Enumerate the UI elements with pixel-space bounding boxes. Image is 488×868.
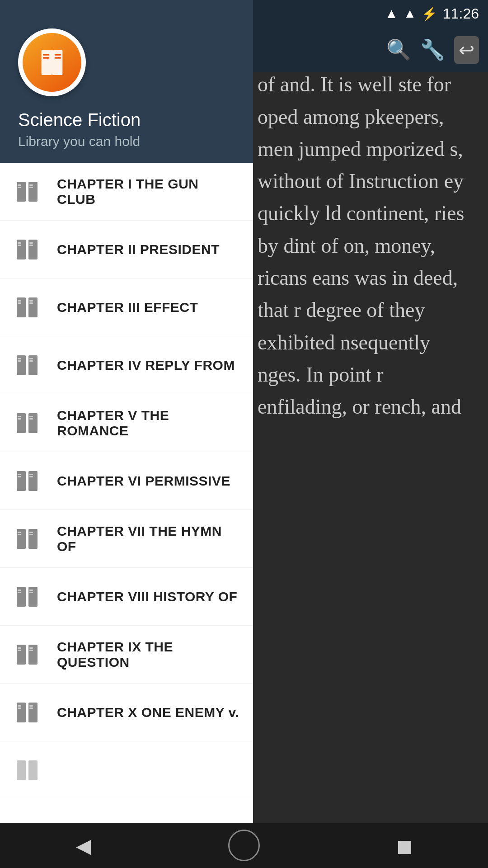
svg-rect-20 [29, 300, 33, 302]
drawer-item-chapter-7[interactable]: CHAPTER VII THE HYMN OF [0, 510, 253, 568]
nav-back-button[interactable]: ◀ [61, 823, 106, 868]
chapter-label-9: CHAPTER IX THE QUESTION [57, 639, 239, 670]
chapter-label-8: CHAPTER VIII HISTORY OF [57, 589, 237, 604]
svg-rect-49 [18, 592, 21, 593]
svg-rect-39 [29, 476, 33, 477]
drawer-item-chapter-6[interactable]: CHAPTER VI PERMISSIVE [0, 452, 253, 510]
app-icon-inner [23, 33, 81, 92]
svg-rect-12 [18, 242, 21, 244]
svg-rect-1 [43, 57, 49, 58]
book-icon-more [14, 759, 41, 782]
book-icon-chapter-5 [14, 412, 41, 434]
svg-rect-43 [18, 534, 21, 535]
svg-rect-7 [18, 187, 21, 188]
wrench-icon[interactable]: 🔧 [420, 38, 445, 61]
book-icon-chapter-10 [14, 701, 41, 724]
svg-rect-13 [18, 245, 21, 246]
svg-rect-62 [29, 705, 33, 707]
svg-rect-19 [18, 302, 21, 304]
chapter-label-4: CHAPTER IV REPLY FROM [57, 358, 235, 373]
svg-rect-48 [18, 590, 21, 591]
bottom-nav: ◀ ◼ [0, 823, 488, 868]
svg-rect-61 [18, 708, 21, 709]
svg-rect-30 [18, 416, 21, 417]
drawer-list: CHAPTER I THE GUN CLUB CHAPTER II PRESID… [0, 163, 253, 868]
svg-rect-38 [29, 474, 33, 475]
svg-rect-18 [18, 300, 21, 302]
status-time: 11:26 [443, 5, 479, 22]
svg-rect-14 [29, 242, 33, 244]
drawer-item-more[interactable] [0, 741, 253, 799]
chapter-label-5: CHAPTER V THE ROMANCE [57, 408, 239, 439]
app-title: Science Fiction [18, 110, 141, 130]
chapter-label-6: CHAPTER VI PERMISSIVE [57, 473, 230, 489]
svg-rect-56 [29, 647, 33, 649]
svg-rect-26 [29, 358, 33, 359]
svg-rect-25 [18, 360, 21, 362]
svg-rect-64 [17, 760, 26, 780]
book-icon-chapter-3 [14, 296, 41, 319]
svg-rect-54 [18, 647, 21, 649]
svg-rect-33 [29, 418, 33, 420]
svg-rect-51 [29, 592, 33, 593]
chapter-label-7: CHAPTER VII THE HYMN OF [57, 524, 239, 554]
drawer-item-chapter-3[interactable]: CHAPTER III EFFECT [0, 278, 253, 336]
drawer-item-chapter-1[interactable]: CHAPTER I THE GUN CLUB [0, 163, 253, 221]
svg-rect-9 [29, 187, 33, 188]
svg-rect-2 [55, 54, 61, 56]
drawer-item-chapter-10[interactable]: CHAPTER X ONE ENEMY v. [0, 684, 253, 741]
svg-rect-57 [29, 650, 33, 651]
chapter-label-2: CHAPTER II PRESIDENT [57, 242, 220, 257]
svg-rect-8 [29, 184, 33, 186]
drawer-item-chapter-4[interactable]: CHAPTER IV REPLY FROM [0, 336, 253, 394]
drawer-header: Science Fiction Library you can hold [0, 0, 253, 163]
back-icon[interactable]: ↩ [454, 36, 479, 64]
svg-rect-31 [18, 418, 21, 420]
drawer-item-chapter-2[interactable]: CHAPTER II PRESIDENT [0, 221, 253, 278]
nav-home-button[interactable] [228, 830, 260, 861]
book-text: , a new and d in the city of and. It is … [258, 36, 474, 423]
app-icon-wrapper [18, 28, 86, 96]
book-icon-chapter-9 [14, 643, 41, 666]
book-icon-chapter-8 [14, 585, 41, 608]
book-app-icon [36, 47, 68, 78]
svg-rect-37 [18, 476, 21, 477]
svg-rect-36 [18, 474, 21, 475]
svg-rect-44 [29, 532, 33, 533]
drawer: Science Fiction Library you can hold CHA… [0, 0, 253, 868]
signal-icon: ▲ [404, 6, 416, 21]
svg-rect-60 [18, 705, 21, 707]
book-icon-chapter-7 [14, 528, 41, 550]
status-bar-right: ▲ ▲ ⚡ 11:26 [385, 5, 479, 22]
app-subtitle: Library you can hold [18, 134, 140, 149]
chapter-label-1: CHAPTER I THE GUN CLUB [57, 176, 239, 207]
toolbar-right: 🔍 🔧 ↩ [253, 27, 488, 72]
chapter-label-3: CHAPTER III EFFECT [57, 300, 198, 315]
nav-recent-button[interactable]: ◼ [382, 823, 427, 868]
drawer-item-chapter-5[interactable]: CHAPTER V THE ROMANCE [0, 394, 253, 452]
svg-rect-3 [55, 57, 61, 58]
drawer-item-chapter-8[interactable]: CHAPTER VIII HISTORY OF [0, 568, 253, 626]
svg-rect-15 [29, 245, 33, 246]
wifi-icon: ▲ [385, 6, 399, 21]
svg-rect-32 [29, 416, 33, 417]
svg-rect-42 [18, 532, 21, 533]
search-icon[interactable]: 🔍 [386, 38, 411, 61]
svg-rect-0 [43, 54, 49, 56]
svg-rect-45 [29, 534, 33, 535]
svg-rect-55 [18, 650, 21, 651]
svg-rect-50 [29, 590, 33, 591]
chapter-label-10: CHAPTER X ONE ENEMY v. [57, 705, 239, 720]
book-icon-chapter-1 [14, 180, 41, 203]
book-icon-chapter-4 [14, 354, 41, 377]
drawer-item-chapter-9[interactable]: CHAPTER IX THE QUESTION [0, 626, 253, 684]
battery-icon: ⚡ [422, 6, 437, 21]
book-icon-chapter-6 [14, 470, 41, 492]
svg-rect-24 [18, 358, 21, 359]
svg-rect-27 [29, 360, 33, 362]
svg-rect-65 [28, 760, 38, 780]
book-icon-chapter-2 [14, 238, 41, 261]
svg-rect-63 [29, 708, 33, 709]
svg-rect-6 [18, 184, 21, 186]
svg-rect-21 [29, 302, 33, 304]
